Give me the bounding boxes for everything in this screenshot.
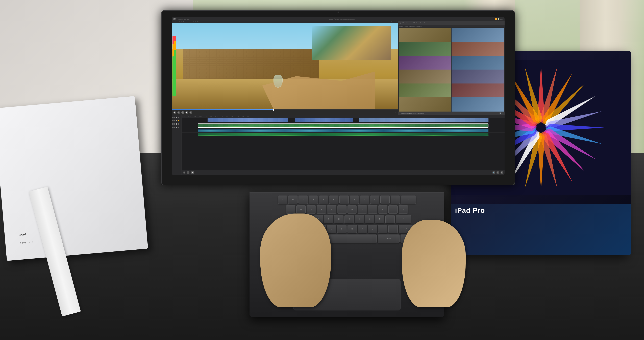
video-clip-3[interactable] xyxy=(359,118,488,122)
ruler-tick: 0:00 xyxy=(200,116,202,117)
undo-icon[interactable]: ↩ xyxy=(184,172,186,174)
key-exclaim[interactable]: ¡ xyxy=(391,196,400,204)
key-2[interactable]: 2€ xyxy=(288,196,298,204)
key-backtick[interactable]: ` xyxy=(388,205,398,214)
key-period[interactable]: . xyxy=(378,225,388,233)
tool-icon-audio[interactable] xyxy=(178,117,179,118)
key-w[interactable]: W xyxy=(296,205,306,214)
tool-icon-audio-2[interactable] xyxy=(178,120,179,121)
video-clip-main[interactable] xyxy=(198,123,488,128)
key-n-tilde[interactable]: Ñ xyxy=(375,215,384,223)
media-item[interactable]: 5:17 1920x1080 68 proyecto (2).mov xyxy=(399,97,451,112)
video-clip-2[interactable] xyxy=(295,118,353,122)
step-back-button[interactable]: ◀ xyxy=(177,111,180,114)
toolbar-icon-2[interactable] xyxy=(187,171,190,174)
video-clip-1[interactable]: 5:00 xyxy=(208,118,288,122)
media-footer: ✓ Salvatore - Alecclip(7 05/24 2020, 0:0… xyxy=(398,112,504,115)
tool-icon-lock-3[interactable] xyxy=(174,123,175,125)
key-i[interactable]: I xyxy=(358,205,367,214)
timeline-tools xyxy=(172,115,182,175)
key-u[interactable]: U xyxy=(348,205,357,214)
path-text: Salvatore - Alecclip(7 1... / Salvatore … xyxy=(173,21,200,23)
key-p[interactable]: P xyxy=(378,205,388,214)
tool-icon-mute[interactable] xyxy=(176,127,177,128)
tool-icon-visibility-2[interactable] xyxy=(176,120,177,121)
key-k[interactable]: K xyxy=(355,215,364,223)
key-r[interactable]: R xyxy=(317,205,326,214)
tool-icon-lock-4[interactable] xyxy=(174,127,175,128)
music-track-clip[interactable] xyxy=(198,133,488,136)
waveform-display xyxy=(198,126,488,127)
zoom-icon[interactable]: 🔍 xyxy=(492,171,495,174)
key-6[interactable]: 6 xyxy=(329,196,338,204)
media-grid[interactable]: 3:01:28 3845x1920 El color de tu cuerpo … xyxy=(398,27,504,112)
audio-clip-1[interactable] xyxy=(198,129,488,132)
key-8[interactable]: 8 xyxy=(350,196,359,204)
battery-percent: 93% xyxy=(500,18,503,20)
key-g[interactable]: G xyxy=(324,215,333,223)
key-3[interactable]: 3 xyxy=(298,196,308,204)
key-option[interactable]: option xyxy=(378,235,400,243)
key-q[interactable]: Q xyxy=(286,205,295,214)
tool-icon-link-2[interactable] xyxy=(172,120,174,121)
key-t[interactable]: T xyxy=(327,205,336,214)
key-return[interactable]: ⏎ xyxy=(396,215,411,223)
settings-icon[interactable]: ⚙ xyxy=(500,171,503,174)
skip-forward-button[interactable]: ⏭ xyxy=(190,111,192,114)
key-acute[interactable]: ´ xyxy=(386,215,395,223)
media-close-icon[interactable]: ✕ xyxy=(502,22,503,24)
media-item[interactable]: 2:01 1920x1080 68 proyecto (3).mov xyxy=(452,97,504,112)
tool-icon-audio-3[interactable] xyxy=(178,123,179,125)
lumafusion-app[interactable]: 18:54 Lunes 24 de mayo Fotos • Álbumes •… xyxy=(172,17,504,175)
key-j[interactable]: J xyxy=(344,215,354,223)
media-search-icon[interactable]: 🔍 xyxy=(499,112,501,114)
tool-icon-lock-2[interactable] xyxy=(174,120,175,121)
tool-icon-visibility[interactable] xyxy=(176,117,177,118)
key-1[interactable]: 1 xyxy=(278,196,287,204)
key-m[interactable]: M xyxy=(358,225,367,233)
key-l[interactable]: L xyxy=(365,215,374,223)
key-9[interactable]: 9 xyxy=(360,196,369,204)
key-h[interactable]: H xyxy=(334,215,344,223)
keyboard-hinge xyxy=(250,192,444,193)
tool-icon-audio-4[interactable] xyxy=(178,127,179,128)
preview-panel: Salvatore - Alecclip(7 1... / Salvatore … xyxy=(172,21,398,115)
key-v[interactable]: V xyxy=(327,225,336,233)
skip-back-button[interactable]: ⏮ xyxy=(173,111,176,114)
play-button[interactable]: ⏸ xyxy=(182,111,184,114)
step-forward-button[interactable]: ▶ xyxy=(186,111,188,114)
key-b[interactable]: B xyxy=(337,225,346,233)
playback-controls[interactable]: ⏮ ◀ ⏸ ▶ ⏭ $1:23 xyxy=(172,110,398,115)
key-backspace[interactable]: ← xyxy=(401,196,416,204)
breadcrumb-text: Salvatore - Alecclip(7 1... ▸ Salvatore … xyxy=(399,26,422,27)
key-4[interactable]: 4 xyxy=(309,196,318,204)
progress-thumb[interactable] xyxy=(273,109,274,111)
key-comma[interactable]: , xyxy=(368,225,377,233)
level-yellow-2 xyxy=(174,41,176,50)
tool-icon-link-4[interactable] xyxy=(172,127,174,128)
key-o[interactable]: O xyxy=(368,205,377,214)
progress-bar[interactable] xyxy=(172,109,398,110)
media-add-icon[interactable]: + xyxy=(502,112,503,114)
tool-icon-link-3[interactable] xyxy=(172,123,174,125)
timeline-ruler: -1:00 -0:50 -0:40 0:00 0:30 0:40 0:50 1:… xyxy=(182,115,504,118)
timeline-toolbar: ↩ ⬜ 🔍 ⊞ ⚙ xyxy=(182,170,504,175)
export-icon[interactable]: ⬜ xyxy=(191,171,194,174)
key-7[interactable]: 7 xyxy=(340,196,349,204)
key-plus[interactable]: + xyxy=(399,205,408,214)
key-5[interactable]: 5 xyxy=(319,196,328,204)
ruler-tick: 1:00 xyxy=(221,116,223,117)
timeline-tracks[interactable]: 5:00 xyxy=(182,118,504,170)
tool-icon-link[interactable] xyxy=(172,117,174,118)
key-0[interactable]: 0 xyxy=(370,196,380,204)
playhead[interactable] xyxy=(327,118,327,170)
tool-icon-lock[interactable] xyxy=(174,117,175,118)
key-dash[interactable]: - xyxy=(388,225,398,233)
ipad-screen[interactable]: 18:54 Lunes 24 de mayo Fotos • Álbumes •… xyxy=(172,17,504,175)
key-n[interactable]: N xyxy=(348,225,357,233)
key-y[interactable]: Y xyxy=(337,205,346,214)
key-apostrophe[interactable]: ' xyxy=(380,196,390,204)
grid-icon[interactable]: ⊞ xyxy=(496,171,499,174)
key-e[interactable]: E xyxy=(306,205,316,214)
tool-icon-visibility-3[interactable] xyxy=(176,123,177,125)
